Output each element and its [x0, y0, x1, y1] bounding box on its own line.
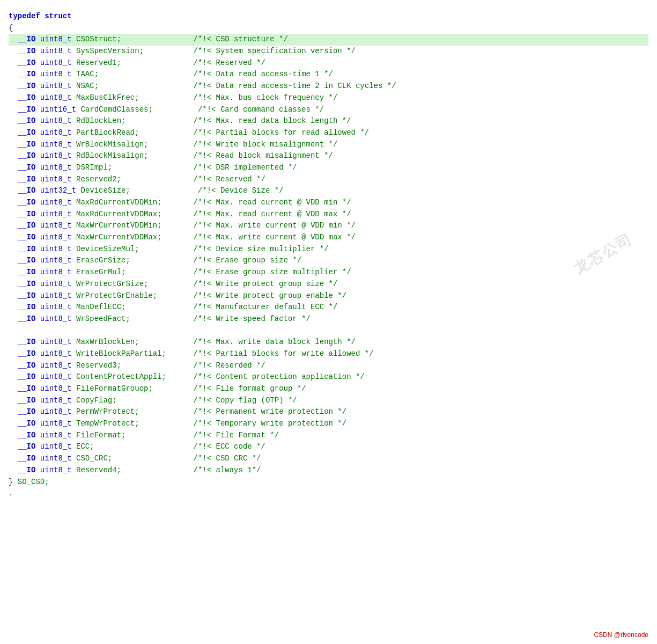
field-name: EraseGrMul; [76, 267, 126, 279]
field-pad [139, 127, 194, 139]
field-name: TAAC; [76, 69, 99, 80]
close-brace: } [9, 477, 18, 488]
indent [9, 371, 18, 383]
type-spacing [35, 162, 40, 174]
field-name: MaxRdCurrentVDDMax; [76, 209, 162, 221]
modifier: __IO [18, 267, 36, 279]
modifier: __IO [18, 371, 36, 383]
field-pad [130, 313, 194, 325]
field-name: MaxWrCurrentVDDMin; [76, 220, 162, 232]
spacing1 [72, 34, 76, 46]
struct-row: __IO uint8_t TAAC; /*!< Data read access… [9, 69, 648, 80]
field-name: PermWrProtect; [76, 406, 139, 418]
field-pad [139, 92, 194, 104]
type-spacing [35, 290, 40, 302]
spacing1 [72, 383, 76, 395]
comment: /*!< Partial blocks for read allowed */ [194, 127, 370, 139]
field-pad [139, 244, 194, 255]
indent [9, 453, 18, 465]
modifier: __IO [18, 279, 36, 290]
type-spacing [35, 209, 40, 221]
indent [9, 162, 18, 174]
field-pad [157, 290, 193, 302]
field-name: MaxRdCurrentVDDMin; [76, 197, 162, 209]
type: uint8_t [40, 418, 72, 430]
cursor-line: . [9, 488, 648, 500]
comment: /*!< Write protect group enable */ [194, 290, 347, 302]
field-pad [112, 162, 193, 174]
struct-row: __IO uint8_t PermWrProtect; /*!< Permane… [9, 406, 648, 418]
type-spacing [35, 453, 40, 465]
comment: /*!< System specification version */ [194, 46, 356, 57]
open-brace-line: { [9, 23, 648, 34]
spacing1 [72, 92, 76, 104]
indent [9, 209, 18, 221]
spacing1 [72, 395, 76, 407]
spacing1 [72, 220, 76, 232]
comment: /*!< Data read access-time 2 in CLK cycl… [194, 80, 396, 92]
struct-row: __IO uint8_t TempWrProtect; /*!< Tempora… [9, 418, 648, 430]
type-spacing [35, 267, 40, 279]
modifier: __IO [18, 150, 36, 162]
field-pad [117, 395, 194, 407]
field-name: DeviceSizeMul; [76, 244, 139, 255]
type: uint8_t [40, 406, 72, 418]
field-pad [148, 150, 193, 162]
field-pad [121, 34, 193, 46]
field-pad [121, 360, 193, 372]
type: uint8_t [40, 80, 72, 92]
spacing1 [72, 336, 76, 348]
indent [9, 255, 18, 267]
comment: /*!< Manufacturer default ECC */ [194, 302, 338, 313]
field-name: DSRImpl; [76, 162, 112, 174]
modifier: __IO [18, 441, 36, 453]
struct-row: __IO uint32_t DeviceSize; /*!< Device Si… [9, 185, 648, 197]
comment: /*!< CSD structure */ [193, 34, 287, 46]
comment: /*!< Permanent write protection */ [194, 406, 347, 418]
spacing1 [72, 430, 76, 442]
indent [9, 279, 18, 290]
indent [9, 441, 18, 453]
modifier: __IO [18, 57, 36, 69]
spacing1 [72, 255, 76, 267]
struct-row: __IO uint8_t WrSpeedFact; /*!< Write spe… [9, 313, 648, 325]
typedef-line: typedef struct [9, 11, 648, 23]
type-spacing [35, 465, 40, 477]
field-name: Reserved2; [76, 174, 121, 186]
spacing1 [76, 104, 80, 116]
indent [9, 383, 18, 395]
type: uint8_t [40, 162, 72, 174]
field-name: ManDeflECC; [76, 302, 126, 313]
indent [9, 197, 18, 209]
indent [9, 348, 18, 360]
struct-row: __IO uint16_t CardComdClasses; /*!< Card… [9, 104, 648, 116]
field-name: WriteBlockPaPartial; [76, 348, 166, 360]
type-spacing [35, 80, 40, 92]
indent [9, 430, 18, 442]
indent [9, 313, 18, 325]
comment: /*!< CSD CRC */ [194, 453, 261, 465]
spacing1 [72, 139, 76, 151]
spacing1 [72, 80, 76, 92]
type: uint8_t [40, 465, 72, 477]
modifier: __IO [18, 115, 36, 127]
struct-row: __IO uint8_t FileFormat; /*!< File Forma… [9, 430, 648, 442]
comment: /*!< Reserved */ [193, 57, 265, 69]
spacing1 [72, 290, 76, 302]
type: uint8_t [40, 383, 72, 395]
spacing1 [72, 465, 76, 477]
struct-row: __IO uint8_t NSAC; /*!< Data read access… [9, 80, 648, 92]
type: uint8_t [40, 313, 72, 325]
field-name: Reserved1; [76, 57, 121, 69]
comment: /*!< Partial blocks for write allowed */ [194, 348, 374, 360]
spacing1 [72, 360, 76, 372]
comment: /*!< Max. write data block length */ [194, 336, 356, 348]
indent [9, 406, 18, 418]
field-pad [126, 115, 193, 127]
modifier: __IO [18, 92, 36, 104]
field-name: RdBlockMisalign; [76, 150, 148, 162]
type-spacing [35, 46, 40, 57]
type: uint8_t [40, 197, 72, 209]
comment: /*!< Card command classes */ [198, 104, 324, 116]
struct-row: __IO uint8_t ManDeflECC; /*!< Manufactur… [9, 302, 648, 313]
